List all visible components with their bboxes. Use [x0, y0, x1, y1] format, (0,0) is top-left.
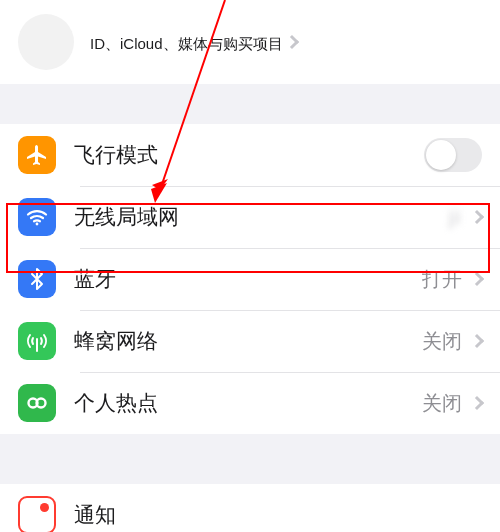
chevron-right-icon — [470, 334, 484, 348]
avatar — [18, 14, 74, 70]
red-dot-icon — [40, 503, 49, 512]
chevron-right-icon — [470, 210, 484, 224]
airplane-toggle[interactable] — [424, 138, 482, 172]
toggle-knob — [426, 140, 456, 170]
hotspot-value: 关闭 — [422, 390, 462, 417]
profile-subtitle: ID、iCloud、媒体与购买项目 — [90, 35, 283, 54]
notification-icon — [18, 496, 56, 532]
wifi-value: ji — [449, 206, 462, 229]
svg-point-0 — [36, 223, 39, 226]
cellular-icon — [18, 322, 56, 360]
group-spacer — [0, 84, 500, 124]
wifi-icon — [18, 198, 56, 236]
profile-group: ID、iCloud、媒体与购买项目 — [0, 0, 500, 84]
notify-label: 通知 — [74, 501, 482, 529]
hotspot-label: 个人热点 — [74, 389, 422, 417]
airplane-icon — [18, 136, 56, 174]
bluetooth-row[interactable]: 蓝牙 打开 — [0, 248, 500, 310]
profile-text: ID、iCloud、媒体与购买项目 — [90, 31, 283, 54]
airplane-row[interactable]: 飞行模式 — [0, 124, 500, 186]
hotspot-icon — [18, 384, 56, 422]
cellular-label: 蜂窝网络 — [74, 327, 422, 355]
wifi-row[interactable]: 无线局域网 ji — [0, 186, 500, 248]
bluetooth-label: 蓝牙 — [74, 265, 422, 293]
wifi-label: 无线局域网 — [74, 203, 449, 231]
cellular-value: 关闭 — [422, 328, 462, 355]
bluetooth-value: 打开 — [422, 266, 462, 293]
hotspot-row[interactable]: 个人热点 关闭 — [0, 372, 500, 434]
network-group: 飞行模式 无线局域网 ji 蓝牙 打开 — [0, 124, 500, 434]
airplane-label: 飞行模式 — [74, 141, 424, 169]
chevron-right-icon — [470, 272, 484, 286]
chevron-right-icon — [470, 396, 484, 410]
profile-cell[interactable]: ID、iCloud、媒体与购买项目 — [0, 0, 500, 84]
cellular-row[interactable]: 蜂窝网络 关闭 — [0, 310, 500, 372]
notify-group: 通知 — [0, 484, 500, 532]
notify-row[interactable]: 通知 — [0, 484, 500, 532]
group-spacer — [0, 434, 500, 484]
bluetooth-icon — [18, 260, 56, 298]
chevron-right-icon — [284, 35, 298, 49]
